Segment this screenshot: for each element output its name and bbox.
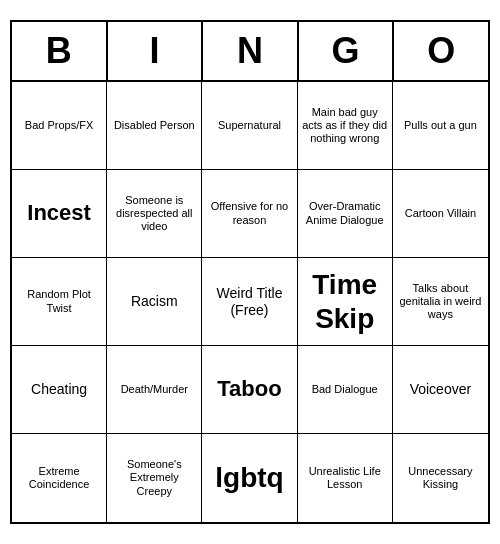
cell-text: Incest: [27, 200, 91, 226]
bingo-cell[interactable]: Unrealistic Life Lesson: [298, 434, 393, 522]
bingo-cell[interactable]: Extreme Coincidence: [12, 434, 107, 522]
bingo-cell[interactable]: Random Plot Twist: [12, 258, 107, 346]
cell-text: Main bad guy acts as if they did nothing…: [302, 106, 388, 146]
cell-text: Taboo: [217, 376, 281, 402]
bingo-cell[interactable]: Talks about genitalia in weird ways: [393, 258, 488, 346]
cell-text: Someone is disrespected all video: [111, 194, 197, 234]
bingo-cell[interactable]: Time Skip: [298, 258, 393, 346]
bingo-header: BINGO: [12, 22, 488, 82]
cell-text: Bad Dialogue: [312, 383, 378, 396]
cell-text: Pulls out a gun: [404, 119, 477, 132]
bingo-cell[interactable]: Pulls out a gun: [393, 82, 488, 170]
bingo-cell[interactable]: Bad Dialogue: [298, 346, 393, 434]
bingo-cell[interactable]: Death/Murder: [107, 346, 202, 434]
bingo-cell[interactable]: Racism: [107, 258, 202, 346]
cell-text: Time Skip: [302, 268, 388, 335]
cell-text: Extreme Coincidence: [16, 465, 102, 491]
cell-text: Death/Murder: [121, 383, 188, 396]
bingo-cell[interactable]: Offensive for no reason: [202, 170, 297, 258]
bingo-cell[interactable]: Cheating: [12, 346, 107, 434]
cell-text: Supernatural: [218, 119, 281, 132]
bingo-card: BINGO Bad Props/FXDisabled PersonSuperna…: [10, 20, 490, 524]
bingo-cell[interactable]: Someone is disrespected all video: [107, 170, 202, 258]
bingo-cell[interactable]: Unnecessary Kissing: [393, 434, 488, 522]
cell-text: Bad Props/FX: [25, 119, 93, 132]
cell-text: Someone's Extremely Creepy: [111, 458, 197, 498]
bingo-cell[interactable]: Main bad guy acts as if they did nothing…: [298, 82, 393, 170]
bingo-cell[interactable]: Bad Props/FX: [12, 82, 107, 170]
bingo-cell[interactable]: Voiceover: [393, 346, 488, 434]
cell-text: Cartoon Villain: [405, 207, 476, 220]
cell-text: lgbtq: [215, 461, 283, 495]
cell-text: Offensive for no reason: [206, 200, 292, 226]
cell-text: Random Plot Twist: [16, 288, 102, 314]
cell-text: Talks about genitalia in weird ways: [397, 282, 484, 322]
bingo-cell[interactable]: Incest: [12, 170, 107, 258]
cell-text: Racism: [131, 293, 178, 310]
bingo-grid: Bad Props/FXDisabled PersonSupernaturalM…: [12, 82, 488, 522]
bingo-cell[interactable]: lgbtq: [202, 434, 297, 522]
cell-text: Disabled Person: [114, 119, 195, 132]
cell-text: Unrealistic Life Lesson: [302, 465, 388, 491]
bingo-cell[interactable]: Over-Dramatic Anime Dialogue: [298, 170, 393, 258]
bingo-cell[interactable]: Weird Title (Free): [202, 258, 297, 346]
bingo-cell[interactable]: Someone's Extremely Creepy: [107, 434, 202, 522]
header-letter: N: [203, 22, 299, 80]
bingo-cell[interactable]: Cartoon Villain: [393, 170, 488, 258]
header-letter: O: [394, 22, 488, 80]
cell-text: Cheating: [31, 381, 87, 398]
bingo-cell[interactable]: Disabled Person: [107, 82, 202, 170]
cell-text: Weird Title (Free): [206, 285, 292, 319]
header-letter: B: [12, 22, 108, 80]
cell-text: Over-Dramatic Anime Dialogue: [302, 200, 388, 226]
bingo-cell[interactable]: Supernatural: [202, 82, 297, 170]
cell-text: Voiceover: [410, 381, 471, 398]
header-letter: G: [299, 22, 395, 80]
bingo-cell[interactable]: Taboo: [202, 346, 297, 434]
cell-text: Unnecessary Kissing: [397, 465, 484, 491]
header-letter: I: [108, 22, 204, 80]
